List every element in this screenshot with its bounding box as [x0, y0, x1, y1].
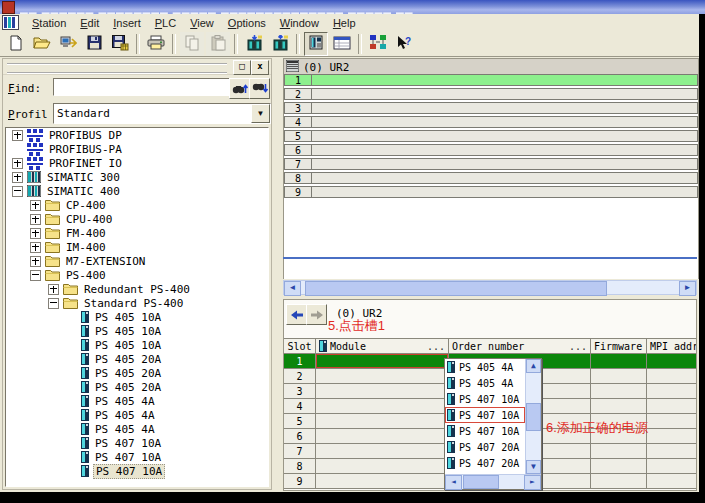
dropdown-item-ps-407-10a[interactable]: PS 407 10A	[445, 423, 525, 439]
copy-button[interactable]	[180, 32, 204, 56]
slot-module-cell[interactable]	[312, 102, 698, 114]
dropdown-horizontal-scrollbar[interactable]: ◄ ►	[445, 474, 541, 489]
rack-slot-row-5[interactable]: 5	[284, 130, 698, 142]
dropdown-item-ps-405-4a[interactable]: PS 405 4A	[445, 359, 525, 375]
tree-item-profibus-pa[interactable]: PROFIBUS-PA	[6, 142, 268, 156]
next-rack-button[interactable]	[306, 304, 327, 325]
menu-help[interactable]: Help	[326, 16, 363, 30]
slot-module-cell[interactable]	[312, 130, 698, 142]
module-cell[interactable]	[316, 444, 449, 458]
download-to-plc-button[interactable]	[242, 32, 266, 56]
scrollbar-thumb[interactable]	[463, 475, 499, 489]
tree-item-ps-405-20a[interactable]: PS 405 20A	[6, 380, 268, 394]
rack-slot-row-6[interactable]: 6	[284, 144, 698, 156]
tree-item-m7-extension[interactable]: M7-EXTENSION	[6, 254, 268, 268]
previous-rack-button[interactable]	[286, 304, 307, 325]
rack-slot-row-4[interactable]: 4	[284, 116, 698, 128]
print-button[interactable]	[144, 32, 168, 56]
new-station-button[interactable]	[4, 32, 28, 56]
network-configuration-button[interactable]	[366, 32, 390, 56]
maximize-panel-button[interactable]: □	[233, 60, 251, 75]
collapse-icon[interactable]	[48, 298, 59, 309]
scroll-left-icon[interactable]: ◄	[445, 475, 462, 490]
dropdown-item-ps-407-20a[interactable]: PS 407 20A	[445, 455, 525, 471]
upload-from-plc-button[interactable]	[268, 32, 292, 56]
scroll-right-icon[interactable]: ►	[679, 281, 696, 296]
menu-options[interactable]: Options	[221, 16, 273, 30]
tree-item-simatic-300[interactable]: SIMATIC 300	[6, 170, 268, 184]
module-cell[interactable]	[316, 354, 449, 368]
tree-item-ps-400[interactable]: PS-400	[6, 268, 268, 282]
slot-module-cell[interactable]	[312, 116, 698, 128]
dropdown-item-ps-407-10a[interactable]: PS 407 10A	[445, 407, 525, 423]
station-window-icon[interactable]	[2, 15, 19, 30]
module-cell[interactable]	[316, 474, 449, 488]
tree-item-ps-407-10a[interactable]: PS 407 10A	[6, 450, 268, 464]
tree-item-cp-400[interactable]: CP-400	[6, 198, 268, 212]
scroll-left-icon[interactable]: ◄	[284, 281, 301, 296]
slot-module-cell[interactable]	[312, 186, 698, 198]
module-cell[interactable]	[316, 384, 449, 398]
save-button[interactable]	[82, 32, 106, 56]
scroll-down-icon[interactable]: ▼	[526, 460, 541, 474]
module-cell[interactable]	[316, 414, 449, 428]
tree-item-ps-405-10a[interactable]: PS 405 10A	[6, 310, 268, 324]
rack-slot-row-9[interactable]: 9	[284, 186, 698, 198]
menu-edit[interactable]: Edit	[73, 16, 106, 30]
dropdown-vertical-scrollbar[interactable]: ▲ ▼	[525, 359, 541, 474]
menu-station[interactable]: Station	[25, 16, 73, 30]
tree-item-ps-405-4a[interactable]: PS 405 4A	[6, 408, 268, 422]
save-and-compile-button[interactable]	[108, 32, 132, 56]
slot-module-cell[interactable]	[312, 144, 698, 156]
tree-item-ps-407-10a[interactable]: PS 407 10A	[6, 464, 268, 478]
collapse-icon[interactable]	[12, 186, 23, 197]
dropdown-item-ps-405-4a[interactable]: PS 405 4A	[445, 375, 525, 391]
scrollbar-thumb[interactable]	[526, 403, 541, 431]
rack-slot-row-2[interactable]: 2	[284, 88, 698, 100]
catalog-panel-header[interactable]: □ x	[3, 59, 271, 75]
expand-icon[interactable]	[30, 214, 41, 225]
tree-item-redundant-ps-400[interactable]: Redundant PS-400	[6, 282, 268, 296]
scroll-up-icon[interactable]: ▲	[526, 359, 541, 373]
menu-window[interactable]: Window	[273, 16, 326, 30]
tree-item-im-400[interactable]: IM-400	[6, 240, 268, 254]
tree-item-ps-405-4a[interactable]: PS 405 4A	[6, 422, 268, 436]
module-cell[interactable]	[316, 399, 449, 413]
module-cell[interactable]	[316, 459, 449, 473]
module-cell[interactable]	[316, 369, 449, 383]
chevron-down-icon[interactable]: ▼	[251, 104, 270, 123]
drag-grip[interactable]	[7, 63, 227, 74]
find-previous-button[interactable]	[229, 78, 250, 99]
tree-item-ps-405-20a[interactable]: PS 405 20A	[6, 366, 268, 380]
expand-icon[interactable]	[30, 256, 41, 267]
paste-button[interactable]	[206, 32, 230, 56]
tree-item-ps-405-4a[interactable]: PS 405 4A	[6, 394, 268, 408]
slot-module-cell[interactable]	[312, 88, 698, 100]
rack-horizontal-scrollbar[interactable]: ◄ ►	[283, 280, 697, 295]
tree-item-simatic-400[interactable]: SIMATIC 400	[6, 184, 268, 198]
expand-icon[interactable]	[30, 200, 41, 211]
expand-icon[interactable]	[30, 242, 41, 253]
expand-icon[interactable]	[12, 158, 23, 169]
slot-module-cell[interactable]	[312, 158, 698, 170]
dropdown-item-ps-407-20a[interactable]: PS 407 20A	[445, 439, 525, 455]
catalog-button[interactable]	[304, 32, 328, 56]
menu-view[interactable]: View	[183, 16, 221, 30]
rack-slot-row-8[interactable]: 8	[284, 172, 698, 184]
expand-icon[interactable]	[48, 284, 59, 295]
tree-item-cpu-400[interactable]: CPU-400	[6, 212, 268, 226]
module-cell[interactable]	[316, 429, 449, 443]
tree-item-fm-400[interactable]: FM-400	[6, 226, 268, 240]
open-station-button[interactable]	[30, 32, 54, 56]
slot-module-cell[interactable]	[312, 172, 698, 184]
tree-item-ps-405-10a[interactable]: PS 405 10A	[6, 324, 268, 338]
rack-slot-row-7[interactable]: 7	[284, 158, 698, 170]
collapse-icon[interactable]	[30, 270, 41, 281]
tree-item-ps-407-10a[interactable]: PS 407 10A	[6, 436, 268, 450]
find-input[interactable]	[53, 78, 231, 96]
tree-item-ps-405-10a[interactable]: PS 405 10A	[6, 338, 268, 352]
scroll-right-icon[interactable]: ►	[524, 475, 541, 490]
scrollbar-thumb[interactable]	[305, 281, 607, 296]
rack-slot-row-3[interactable]: 3	[284, 102, 698, 114]
menu-plc[interactable]: PLC	[148, 16, 183, 30]
